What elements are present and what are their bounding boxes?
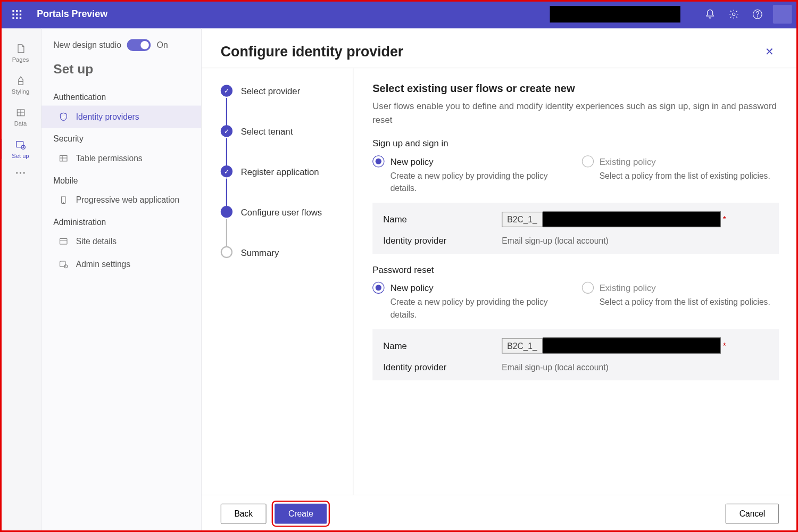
sidebar-item-label: Site details [76, 237, 117, 246]
signup-new-policy-radio[interactable]: New policy [372, 155, 570, 167]
step-configure-user-flows[interactable]: Configure user flows [221, 206, 341, 246]
current-step-icon [221, 206, 232, 218]
section-desc: User flows enable you to define and modi… [372, 99, 779, 126]
sidebar-item-label: Table permissions [76, 154, 143, 163]
shield-icon [58, 112, 69, 122]
sidebar-item-site-details[interactable]: Site details [41, 230, 201, 253]
user-avatar[interactable] [773, 5, 792, 24]
rail-label: Set up [12, 153, 29, 159]
reset-details-box: Name B2C_1_ * Identity provider Email si… [372, 329, 779, 380]
sb-group-security: Security [41, 128, 201, 147]
step-label: Select tenant [241, 126, 293, 136]
rail-label: Pages [12, 56, 29, 63]
signup-signin-heading: Sign up and sign in [372, 138, 779, 148]
reset-existing-policy-radio[interactable]: Existing policy [581, 282, 779, 294]
radio-label: Existing policy [600, 282, 656, 293]
check-icon: ✓ [221, 125, 232, 137]
radio-unselected-icon [581, 155, 593, 167]
rail-pages[interactable]: Pages [0, 37, 41, 69]
sb-group-mobile: Mobile [41, 170, 201, 189]
svg-point-2 [757, 16, 758, 17]
rail-styling[interactable]: Styling [0, 69, 41, 101]
radio-label: New policy [390, 282, 434, 293]
app-title: Portals Preview [37, 9, 107, 20]
app-launcher-icon[interactable] [6, 4, 27, 25]
svg-rect-4 [16, 142, 23, 147]
name-label: Name [383, 214, 502, 225]
svg-point-0 [733, 13, 735, 15]
toggle-state: On [157, 40, 168, 50]
idp-label: Identity provider [383, 362, 502, 372]
step-label: Configure user flows [241, 207, 322, 217]
sb-group-admin: Administration [41, 211, 201, 230]
rail-data[interactable]: Data [0, 101, 41, 133]
table-icon [58, 153, 69, 164]
notifications-icon[interactable] [698, 2, 722, 26]
idp-value: Email sign-up (local account) [502, 236, 768, 245]
back-button[interactable]: Back [221, 504, 267, 524]
radio-desc: Select a policy from the list of existin… [581, 296, 779, 308]
sidebar-item-table-permissions[interactable]: Table permissions [41, 147, 201, 170]
sidebar-item-pwa[interactable]: Progressive web application [41, 189, 201, 211]
signup-existing-policy-radio[interactable]: Existing policy [581, 155, 779, 167]
signup-name-input[interactable] [543, 211, 721, 227]
radio-desc: Select a policy from the list of existin… [581, 170, 779, 182]
design-studio-toggle[interactable] [127, 39, 151, 51]
radio-desc: Create a new policy by providing the pol… [372, 296, 570, 321]
help-icon[interactable] [746, 2, 770, 26]
reset-name-input[interactable] [543, 337, 721, 353]
step-select-provider[interactable]: ✓ Select provider [221, 85, 341, 125]
step-label: Register application [241, 167, 319, 177]
radio-label: New policy [390, 156, 434, 167]
admin-icon [58, 259, 69, 269]
sidebar-item-admin-settings[interactable]: Admin settings [41, 253, 201, 275]
cancel-button[interactable]: Cancel [726, 504, 779, 524]
svg-rect-8 [60, 239, 67, 244]
sidebar-item-identity-providers[interactable]: Identity providers [41, 105, 201, 128]
sb-group-auth: Authentication [41, 87, 201, 106]
step-summary[interactable]: Summary [221, 246, 341, 258]
sidebar-item-label: Identity providers [76, 112, 139, 122]
top-bar: Portals Preview [0, 0, 798, 29]
stepper: ✓ Select provider ✓ Select tenant ✓ Regi… [202, 68, 353, 495]
site-icon [58, 236, 69, 247]
close-icon[interactable]: ✕ [760, 43, 779, 60]
name-prefix: B2C_1_ [502, 338, 542, 353]
check-icon: ✓ [221, 85, 232, 96]
name-label: Name [383, 340, 502, 351]
sidebar: New design studio On Set up Authenticati… [41, 29, 202, 532]
svg-point-10 [64, 265, 68, 268]
svg-rect-9 [60, 261, 65, 267]
rail-setup[interactable]: Set up [0, 133, 41, 165]
radio-selected-icon [372, 282, 384, 294]
todo-step-icon [221, 246, 232, 258]
reset-new-policy-radio[interactable]: New policy [372, 282, 570, 294]
page-title: Configure identity provider [221, 43, 403, 60]
idp-label: Identity provider [383, 236, 502, 246]
mobile-icon [58, 195, 69, 205]
signup-details-box: Name B2C_1_ * Identity provider Email si… [372, 203, 779, 254]
toggle-label: New design studio [53, 40, 121, 50]
create-button[interactable]: Create [275, 504, 327, 524]
step-label: Summary [241, 247, 279, 257]
step-register-application[interactable]: ✓ Register application [221, 165, 341, 206]
sidebar-item-label: Admin settings [76, 259, 130, 269]
radio-selected-icon [372, 155, 384, 167]
radio-label: Existing policy [600, 156, 656, 167]
nav-rail: Pages Styling Data Set up [0, 29, 41, 532]
svg-rect-6 [60, 156, 67, 161]
step-select-tenant[interactable]: ✓ Select tenant [221, 125, 341, 165]
check-icon: ✓ [221, 165, 232, 177]
rail-label: Styling [12, 88, 29, 95]
sidebar-title: Set up [41, 60, 201, 87]
redacted-header [550, 6, 680, 22]
radio-unselected-icon [581, 282, 593, 294]
required-icon: * [723, 341, 726, 351]
rail-more-icon[interactable] [16, 172, 25, 173]
main-panel: Configure identity provider ✕ ✓ Select p… [202, 29, 798, 532]
radio-desc: Create a new policy by providing the pol… [372, 170, 570, 195]
name-prefix: B2C_1_ [502, 211, 542, 227]
settings-icon[interactable] [722, 2, 746, 26]
footer: Back Create Cancel [202, 495, 798, 532]
step-label: Select provider [241, 86, 301, 96]
